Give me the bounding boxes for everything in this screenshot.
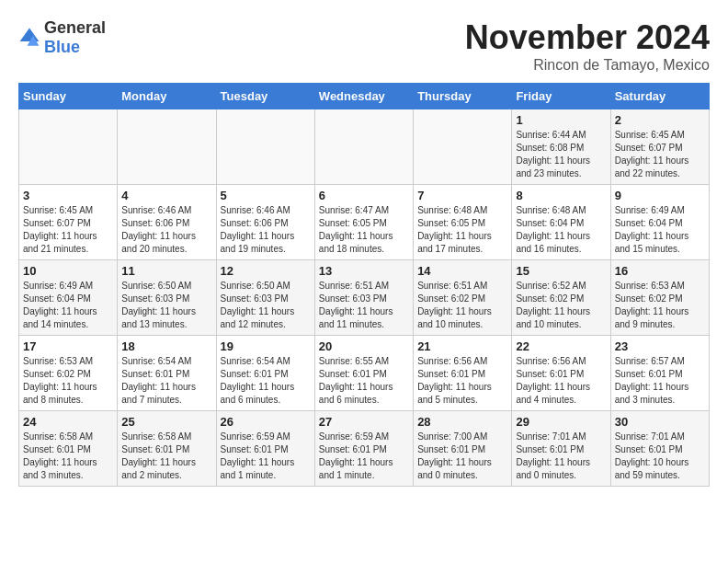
calendar-week-5: 24Sunrise: 6:58 AM Sunset: 6:01 PM Dayli… — [19, 411, 710, 487]
day-number: 7 — [417, 189, 507, 202]
day-number: 28 — [417, 415, 507, 429]
day-info: Sunrise: 6:47 AM Sunset: 6:05 PM Dayligh… — [319, 204, 409, 256]
day-number: 11 — [121, 264, 211, 278]
day-number: 17 — [23, 339, 113, 353]
day-number: 29 — [516, 415, 606, 429]
calendar-week-1: 1Sunrise: 6:44 AM Sunset: 6:08 PM Daylig… — [19, 109, 710, 185]
day-info: Sunrise: 6:59 AM Sunset: 6:01 PM Dayligh… — [221, 431, 311, 482]
month-title: November 2024 — [465, 18, 710, 57]
day-number: 3 — [23, 189, 113, 202]
day-number: 15 — [516, 264, 606, 278]
day-number: 5 — [221, 189, 311, 202]
calendar-cell: 22Sunrise: 6:56 AM Sunset: 6:01 PM Dayli… — [512, 336, 610, 411]
calendar-cell: 16Sunrise: 6:53 AM Sunset: 6:02 PM Dayli… — [610, 260, 709, 336]
day-info: Sunrise: 6:48 AM Sunset: 6:05 PM Dayligh… — [417, 204, 507, 256]
calendar-cell: 12Sunrise: 6:50 AM Sunset: 6:03 PM Dayli… — [216, 260, 314, 336]
calendar-cell: 10Sunrise: 6:49 AM Sunset: 6:04 PM Dayli… — [19, 260, 118, 336]
day-number: 23 — [615, 339, 705, 353]
day-number: 20 — [319, 339, 409, 353]
calendar-cell: 18Sunrise: 6:54 AM Sunset: 6:01 PM Dayli… — [118, 336, 216, 411]
day-info: Sunrise: 6:54 AM Sunset: 6:01 PM Dayligh… — [221, 355, 311, 407]
day-number: 14 — [417, 264, 507, 278]
day-number: 13 — [319, 264, 409, 278]
day-info: Sunrise: 6:44 AM Sunset: 6:08 PM Dayligh… — [516, 129, 606, 180]
logo-general: General — [44, 18, 106, 37]
day-info: Sunrise: 6:49 AM Sunset: 6:04 PM Dayligh… — [615, 204, 705, 256]
day-info: Sunrise: 6:50 AM Sunset: 6:03 PM Dayligh… — [121, 280, 211, 331]
day-info: Sunrise: 6:50 AM Sunset: 6:03 PM Dayligh… — [221, 280, 311, 331]
day-info: Sunrise: 6:58 AM Sunset: 6:01 PM Dayligh… — [23, 431, 113, 482]
calendar-cell: 8Sunrise: 6:48 AM Sunset: 6:04 PM Daylig… — [512, 185, 610, 260]
day-info: Sunrise: 6:53 AM Sunset: 6:02 PM Dayligh… — [23, 355, 113, 407]
calendar-cell: 27Sunrise: 6:59 AM Sunset: 6:01 PM Dayli… — [314, 411, 413, 487]
calendar-cell: 28Sunrise: 7:00 AM Sunset: 6:01 PM Dayli… — [414, 411, 512, 487]
calendar-cell: 23Sunrise: 6:57 AM Sunset: 6:01 PM Dayli… — [610, 336, 709, 411]
calendar-cell: 7Sunrise: 6:48 AM Sunset: 6:05 PM Daylig… — [414, 185, 512, 260]
day-number: 2 — [615, 113, 705, 127]
day-number: 27 — [319, 415, 409, 429]
calendar-cell: 11Sunrise: 6:50 AM Sunset: 6:03 PM Dayli… — [118, 260, 216, 336]
header-saturday: Saturday — [610, 84, 709, 109]
day-number: 18 — [121, 339, 211, 353]
day-number: 16 — [615, 264, 705, 278]
day-info: Sunrise: 7:01 AM Sunset: 6:01 PM Dayligh… — [516, 431, 606, 482]
day-info: Sunrise: 6:59 AM Sunset: 6:01 PM Dayligh… — [319, 431, 409, 482]
calendar-table: SundayMondayTuesdayWednesdayThursdayFrid… — [18, 83, 710, 487]
day-info: Sunrise: 6:55 AM Sunset: 6:01 PM Dayligh… — [319, 355, 409, 407]
calendar-week-4: 17Sunrise: 6:53 AM Sunset: 6:02 PM Dayli… — [19, 336, 710, 411]
calendar-cell: 29Sunrise: 7:01 AM Sunset: 6:01 PM Dayli… — [512, 411, 610, 487]
calendar-week-2: 3Sunrise: 6:45 AM Sunset: 6:07 PM Daylig… — [19, 185, 710, 260]
day-info: Sunrise: 6:51 AM Sunset: 6:03 PM Dayligh… — [319, 280, 409, 331]
day-info: Sunrise: 6:51 AM Sunset: 6:02 PM Dayligh… — [417, 280, 507, 331]
calendar-cell: 5Sunrise: 6:46 AM Sunset: 6:06 PM Daylig… — [216, 185, 314, 260]
calendar-cell: 19Sunrise: 6:54 AM Sunset: 6:01 PM Dayli… — [216, 336, 314, 411]
svg-marker-0 — [20, 29, 40, 41]
day-number: 10 — [23, 264, 113, 278]
day-info: Sunrise: 6:45 AM Sunset: 6:07 PM Dayligh… — [23, 204, 113, 256]
calendar-cell: 15Sunrise: 6:52 AM Sunset: 6:02 PM Dayli… — [512, 260, 610, 336]
day-number: 22 — [516, 339, 606, 353]
calendar-cell: 3Sunrise: 6:45 AM Sunset: 6:07 PM Daylig… — [19, 185, 118, 260]
calendar-cell: 17Sunrise: 6:53 AM Sunset: 6:02 PM Dayli… — [19, 336, 118, 411]
day-number: 24 — [23, 415, 113, 429]
logo: General Blue — [18, 18, 106, 57]
calendar-cell: 6Sunrise: 6:47 AM Sunset: 6:05 PM Daylig… — [314, 185, 413, 260]
header-sunday: Sunday — [19, 84, 118, 109]
day-info: Sunrise: 7:01 AM Sunset: 6:01 PM Dayligh… — [615, 431, 705, 482]
calendar-cell: 20Sunrise: 6:55 AM Sunset: 6:01 PM Dayli… — [314, 336, 413, 411]
day-number: 12 — [221, 264, 311, 278]
day-info: Sunrise: 7:00 AM Sunset: 6:01 PM Dayligh… — [417, 431, 507, 482]
title-area: November 2024 Rincon de Tamayo, Mexico — [465, 18, 710, 74]
calendar-cell — [314, 109, 413, 185]
day-number: 1 — [516, 113, 606, 127]
calendar-cell: 1Sunrise: 6:44 AM Sunset: 6:08 PM Daylig… — [512, 109, 610, 185]
calendar-cell — [19, 109, 118, 185]
calendar-cell: 24Sunrise: 6:58 AM Sunset: 6:01 PM Dayli… — [19, 411, 118, 487]
day-info: Sunrise: 6:56 AM Sunset: 6:01 PM Dayligh… — [417, 355, 507, 407]
page-header: General Blue November 2024 Rincon de Tam… — [18, 18, 710, 74]
day-info: Sunrise: 6:46 AM Sunset: 6:06 PM Dayligh… — [221, 204, 311, 256]
calendar-cell: 4Sunrise: 6:46 AM Sunset: 6:06 PM Daylig… — [118, 185, 216, 260]
day-info: Sunrise: 6:58 AM Sunset: 6:01 PM Dayligh… — [121, 431, 211, 482]
logo-blue: Blue — [44, 38, 80, 56]
day-number: 8 — [516, 189, 606, 202]
calendar-cell — [216, 109, 314, 185]
calendar-cell: 25Sunrise: 6:58 AM Sunset: 6:01 PM Dayli… — [118, 411, 216, 487]
day-number: 30 — [615, 415, 705, 429]
location: Rincon de Tamayo, Mexico — [465, 57, 710, 74]
day-info: Sunrise: 6:54 AM Sunset: 6:01 PM Dayligh… — [121, 355, 211, 407]
calendar-cell: 13Sunrise: 6:51 AM Sunset: 6:03 PM Dayli… — [314, 260, 413, 336]
day-info: Sunrise: 6:49 AM Sunset: 6:04 PM Dayligh… — [23, 280, 113, 331]
day-info: Sunrise: 6:46 AM Sunset: 6:06 PM Dayligh… — [121, 204, 211, 256]
header-tuesday: Tuesday — [216, 84, 314, 109]
calendar-cell: 30Sunrise: 7:01 AM Sunset: 6:01 PM Dayli… — [610, 411, 709, 487]
day-number: 21 — [417, 339, 507, 353]
day-info: Sunrise: 6:52 AM Sunset: 6:02 PM Dayligh… — [516, 280, 606, 331]
day-number: 26 — [221, 415, 311, 429]
header-wednesday: Wednesday — [314, 84, 413, 109]
day-number: 19 — [221, 339, 311, 353]
day-info: Sunrise: 6:57 AM Sunset: 6:01 PM Dayligh… — [615, 355, 705, 407]
day-info: Sunrise: 6:45 AM Sunset: 6:07 PM Dayligh… — [615, 129, 705, 180]
day-number: 9 — [615, 189, 705, 202]
calendar-cell: 14Sunrise: 6:51 AM Sunset: 6:02 PM Dayli… — [414, 260, 512, 336]
